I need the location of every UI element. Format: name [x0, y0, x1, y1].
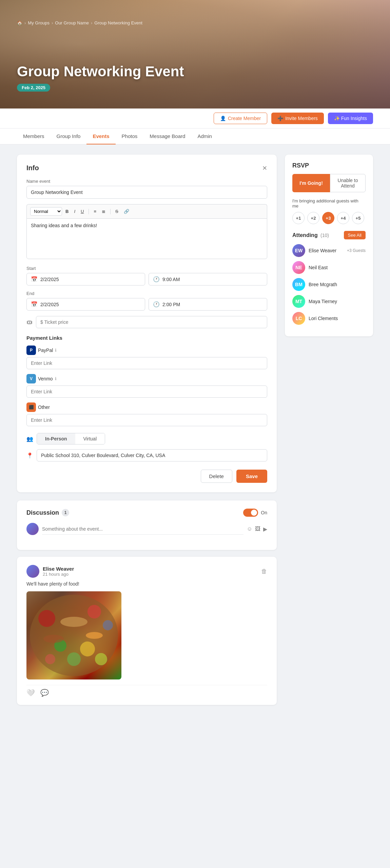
comment-input-row: ☺ 🖼 ▶ — [26, 523, 267, 535]
discussion-count: 1 — [62, 509, 69, 516]
clock-icon-start: 🕐 — [153, 276, 160, 282]
rte-divider-2 — [110, 209, 111, 214]
end-label: End — [26, 291, 267, 296]
rte-style-select[interactable]: Normal Heading 1 Heading 2 — [30, 207, 62, 216]
breadcrumb-our-group[interactable]: Our Group Name — [55, 20, 89, 25]
post-header: Elise Weaver 21 hours ago 🗑 — [26, 565, 267, 578]
end-time-field[interactable]: 🕐 2:00 PM — [149, 298, 267, 311]
guest-btn-3[interactable]: +3 — [322, 212, 334, 224]
rte-content-area[interactable]: Sharing ideas and a few drinks! — [26, 218, 267, 259]
rsvp-going-button[interactable]: I'm Going! — [292, 174, 330, 192]
attendee-row-lori: LC Lori Clements — [292, 312, 366, 325]
calendar-icon-end: 📅 — [31, 301, 38, 308]
rte-bold[interactable]: B — [63, 208, 71, 215]
start-time-field[interactable]: 🕐 9:00 AM — [149, 273, 267, 285]
tab-events[interactable]: Events — [86, 129, 115, 144]
post-food-image — [26, 591, 121, 679]
attendee-row-bree: BM Bree Mcgrath — [292, 278, 366, 291]
info-title: Info — [26, 164, 39, 172]
hero-content: Group Networking Event Feb 2, 2025 — [17, 63, 184, 92]
paypal-icon: P — [26, 346, 36, 355]
tab-members[interactable]: Members — [17, 129, 51, 144]
svg-point-10 — [45, 654, 55, 664]
venmo-input[interactable] — [26, 386, 267, 398]
tab-group-info[interactable]: Group Info — [51, 129, 87, 144]
paypal-label: PayPal — [38, 348, 53, 353]
user-avatar-comment — [26, 523, 39, 535]
invite-members-button[interactable]: ➕ Invite Members — [271, 113, 324, 124]
event-name-input[interactable] — [26, 186, 267, 199]
svg-point-2 — [87, 605, 101, 618]
breadcrumb: 🏠 › My Groups › Our Group Name › Group N… — [17, 20, 142, 25]
rte-ordered-list[interactable]: ≡ — [92, 208, 98, 215]
svg-point-4 — [80, 642, 95, 656]
emoji-button[interactable]: ☺ — [247, 526, 252, 532]
comment-reaction[interactable]: 💬 — [40, 689, 49, 697]
discussion-toggle: On — [243, 509, 267, 517]
paypal-input[interactable] — [26, 357, 267, 369]
action-row: Delete Save — [26, 470, 267, 483]
post-reactions: 🤍 💬 — [26, 685, 267, 697]
invite-icon: ➕ — [277, 116, 283, 121]
other-label: Other — [38, 405, 50, 410]
ticket-price-input[interactable] — [36, 316, 267, 328]
venmo-row: V Venmo ℹ — [26, 374, 267, 398]
location-input[interactable] — [37, 449, 267, 461]
svg-point-9 — [67, 652, 81, 666]
start-datetime-row: Start 📅 2/2/2025 🕐 9:00 AM — [26, 266, 267, 285]
tab-photos[interactable]: Photos — [116, 129, 144, 144]
svg-point-5 — [103, 620, 113, 630]
heart-reaction[interactable]: 🤍 — [26, 689, 35, 697]
guest-btn-2[interactable]: +2 — [307, 212, 319, 224]
save-button[interactable]: Save — [236, 470, 267, 483]
other-input[interactable] — [26, 414, 267, 426]
start-date-field[interactable]: 📅 2/2/2025 — [26, 273, 145, 285]
inperson-button[interactable]: In-Person — [37, 433, 75, 444]
breadcrumb-my-groups[interactable]: My Groups — [28, 20, 50, 25]
rte-link[interactable]: 🔗 — [122, 208, 131, 215]
attendee-avatar-lori: LC — [292, 312, 305, 325]
toggle-switch[interactable] — [243, 509, 258, 517]
other-label-row: ⬛ Other — [26, 402, 267, 412]
info-card: Info ✕ Name event Normal Heading 1 Headi… — [17, 155, 277, 492]
post-delete-button[interactable]: 🗑 — [261, 568, 267, 575]
breadcrumb-sep-1: › — [24, 20, 26, 25]
breadcrumb-sep-2: › — [52, 20, 53, 25]
guest-btn-1[interactable]: +1 — [292, 212, 305, 224]
guests-label: I'm bringing additional guests with me — [292, 198, 366, 209]
toggle-label: On — [261, 510, 267, 515]
guest-btn-4[interactable]: +4 — [337, 212, 349, 224]
rte-strikethrough[interactable]: S — [113, 208, 120, 215]
attending-title: Attending — [292, 232, 318, 238]
rsvp-buttons: I'm Going! Unable to Attend — [292, 174, 366, 192]
virtual-button[interactable]: Virtual — [75, 433, 105, 444]
tab-admin[interactable]: Admin — [191, 129, 218, 144]
paypal-label-row: P PayPal ℹ — [26, 346, 267, 355]
rte-toolbar: Normal Heading 1 Heading 2 B I U ≡ ≣ S 🔗 — [26, 204, 267, 218]
name-event-label: Name event — [26, 179, 267, 184]
tab-message-board[interactable]: Message Board — [143, 129, 191, 144]
guest-btn-5[interactable]: +5 — [352, 212, 364, 224]
rsvp-title: RSVP — [292, 162, 366, 169]
location-pin-icon: 📍 — [26, 452, 33, 459]
create-member-button[interactable]: 👤 Create Member — [214, 113, 267, 124]
rte-unordered-list[interactable]: ≣ — [100, 208, 108, 215]
send-button[interactable]: ▶ — [263, 526, 267, 532]
end-date-field[interactable]: 📅 2/2/2025 — [26, 298, 145, 311]
attending-title-group: Attending (10) — [292, 232, 329, 238]
start-label: Start — [26, 266, 267, 271]
rsvp-unable-button[interactable]: Unable to Attend — [330, 174, 366, 192]
rte-italic[interactable]: I — [72, 208, 77, 215]
see-all-button[interactable]: See All — [344, 231, 366, 239]
delete-button[interactable]: Delete — [201, 470, 232, 483]
rte-underline[interactable]: U — [79, 208, 86, 215]
discussion-header: Discussion 1 On — [26, 509, 267, 517]
image-button[interactable]: 🖼 — [255, 526, 260, 532]
comment-input[interactable] — [42, 524, 243, 535]
guests-row: +1 +2 +3 +4 +5 — [292, 212, 366, 224]
attendee-avatar-neil: NE — [292, 261, 305, 274]
breadcrumb-home[interactable]: 🏠 — [17, 20, 22, 25]
close-button[interactable]: ✕ — [262, 164, 267, 172]
main-content: Info ✕ Name event Normal Heading 1 Headi… — [0, 144, 390, 715]
fun-insights-button[interactable]: ✨ Fun Insights — [328, 113, 373, 124]
